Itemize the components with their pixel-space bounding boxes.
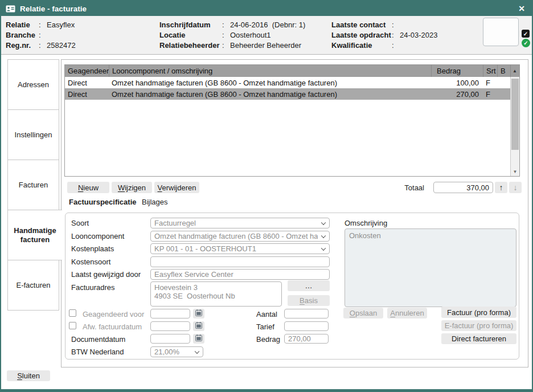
- status-ok-icon: ✓: [522, 39, 530, 47]
- photo-placeholder: [483, 18, 519, 46]
- column-srt: Srt: [483, 65, 497, 77]
- afw-factuurdatum-label: Afw. factuurdatum: [83, 321, 142, 332]
- header-field-relatie: Relatie:Easyflex: [6, 19, 76, 30]
- kostensoort-input[interactable]: [150, 256, 330, 267]
- manual-invoices-panel: Geagendeerd Looncomponent / omschrijving…: [61, 59, 528, 368]
- adres-more-button[interactable]: …: [288, 280, 330, 291]
- approved-checkbox[interactable]: ✓: [522, 30, 530, 38]
- column-bedrag: Bedrag: [431, 65, 483, 77]
- efactuur-proforma-button[interactable]: E-factuur (pro forma): [441, 320, 516, 331]
- check-icon: ✓: [523, 31, 528, 37]
- scroll-up-icon[interactable]: ▲: [510, 65, 519, 77]
- geagendeerd-voor-date-input[interactable]: [150, 309, 190, 318]
- header-field-laatste-contact: Laatste contact:: [331, 19, 438, 30]
- laatst-gewijzigd-door-input[interactable]: [150, 269, 330, 280]
- factuuradres-box[interactable]: Hoevestein 3 4903 SE Oosterhout Nb: [150, 281, 282, 307]
- afw-factuurdatum-calendar-button[interactable]: [193, 321, 204, 331]
- sidebar-tab-facturen[interactable]: Facturen: [7, 160, 59, 210]
- basis-button[interactable]: Basis: [288, 295, 330, 306]
- bedrag-label: Bedrag: [256, 334, 280, 345]
- chevron-down-icon: [321, 220, 326, 224]
- relation-header: Relatie:Easyflex Branche: Reg.nr.:258247…: [1, 16, 532, 55]
- cell-srt: F: [483, 90, 497, 99]
- geagendeerd-voor-label: Geagendeerd voor: [83, 309, 144, 320]
- scroll-thumb[interactable]: [511, 79, 519, 150]
- cell-omschrijving: Omzet handmatige facturen (GB 8600 - Omz…: [109, 79, 431, 87]
- chevron-down-icon: [195, 349, 199, 353]
- cell-bedrag: 100,00: [431, 79, 483, 87]
- sidebar-tab-instellingen[interactable]: Instellingen: [7, 109, 59, 160]
- check-icon: ✓: [523, 40, 528, 46]
- scroll-down-icon[interactable]: ▼: [511, 168, 519, 176]
- documentdatum-calendar-button[interactable]: [193, 334, 204, 344]
- sluiten-button[interactable]: Sluiten: [7, 370, 50, 381]
- cell-srt: F: [483, 79, 497, 87]
- omschrijving-textarea[interactable]: Onkosten: [345, 228, 516, 307]
- factuurspecificatie-form: Soort Looncomponent Kostenplaats Kostens…: [65, 213, 519, 360]
- header-field-laatste-opdracht: Laatste opdracht:24-03-2023: [331, 30, 438, 40]
- column-omschrijving: Looncomponent / omschrijving: [109, 65, 431, 77]
- nieuw-button[interactable]: Nieuw: [67, 182, 109, 193]
- header-field-inschrijfdatum: Inschrijfdatum:24-06-2016 (Debnr: 1): [159, 19, 305, 30]
- geagendeerd-voor-checkbox[interactable]: [69, 309, 76, 317]
- arrow-down-icon: ↓: [514, 183, 518, 192]
- header-field-branche: Branche:: [6, 30, 76, 40]
- aantal-label: Aantal: [256, 309, 277, 320]
- header-field-relatiebeheerder: Relatiebeheerder:Beheerder Beheerder: [159, 40, 305, 50]
- totaal-input[interactable]: [433, 182, 493, 193]
- table-row[interactable]: Direct Omzet handmatige facturen (GB 860…: [65, 88, 510, 100]
- tab-factuurspecificatie[interactable]: Factuurspecificatie: [69, 197, 137, 207]
- table-row[interactable]: Direct Omzet handmatige facturen (GB 860…: [65, 77, 510, 88]
- direct-factureren-button[interactable]: Direct factureren: [441, 333, 516, 344]
- documentdatum-label: Documentdatum: [71, 334, 125, 345]
- factuur-proforma-button[interactable]: Factuur (pro forma): [441, 307, 516, 318]
- afw-factuurdatum-date-input[interactable]: [150, 321, 190, 331]
- soort-select[interactable]: Factuurregel: [150, 218, 330, 228]
- btw-label: BTW Nederland: [71, 346, 124, 357]
- geagendeerd-voor-calendar-button[interactable]: [193, 309, 204, 318]
- afw-factuurdatum-checkbox[interactable]: [69, 322, 76, 329]
- cell-geagendeerd: Direct: [65, 90, 109, 99]
- kostensoort-label: Kostensoort: [71, 256, 110, 267]
- bedrag-input[interactable]: [284, 334, 329, 344]
- calendar-icon: [195, 334, 202, 343]
- chevron-down-icon: [321, 246, 326, 250]
- chevron-down-icon: [321, 233, 326, 238]
- sidebar-tab-handmatige-facturen[interactable]: Handmatige facturen: [7, 210, 62, 260]
- annuleren-button[interactable]: Annuleren: [387, 308, 427, 318]
- verwijderen-button[interactable]: Verwijderen: [154, 182, 199, 193]
- row-down-button[interactable]: ↓: [509, 182, 522, 193]
- calendar-icon: [195, 309, 202, 318]
- cell-bedrag: 270,00: [431, 90, 483, 99]
- titlebar: Relatie - facturatie ✕: [1, 1, 532, 16]
- contact-card-icon: [6, 5, 15, 13]
- tarief-input[interactable]: [284, 321, 329, 331]
- wijzigen-button[interactable]: Wijzigen: [112, 182, 152, 193]
- opslaan-button[interactable]: Opslaan: [343, 308, 383, 318]
- column-geagendeerd: Geagendeerd: [65, 65, 109, 77]
- header-field-locatie: Locatie:Oosterhout1: [159, 30, 305, 40]
- kostenplaats-select[interactable]: KP 001 - 01 - OOSTERHOUT1: [150, 243, 330, 254]
- window-title: Relatie - facturatie: [20, 5, 87, 13]
- arrow-up-icon: ↑: [499, 183, 503, 192]
- invoice-lines-table: Geagendeerd Looncomponent / omschrijving…: [64, 64, 520, 177]
- close-icon[interactable]: ✕: [518, 4, 525, 13]
- tarief-label: Tarief: [256, 321, 274, 332]
- soort-label: Soort: [71, 218, 89, 228]
- totaal-label: Totaal: [389, 183, 424, 192]
- relatie-facturatie-window: Relatie - facturatie ✕ Relatie:Easyflex …: [0, 0, 533, 392]
- documentdatum-input[interactable]: [150, 334, 190, 344]
- omschrijving-label: Omschrijving: [345, 218, 387, 228]
- kostenplaats-label: Kostenplaats: [71, 243, 114, 254]
- tab-bijlages[interactable]: Bijlages: [142, 197, 168, 207]
- row-up-button[interactable]: ↑: [495, 182, 507, 193]
- sidebar-tab-adressen[interactable]: Adressen: [7, 59, 59, 110]
- aantal-input[interactable]: [284, 309, 329, 318]
- btw-select[interactable]: 21,00%: [150, 346, 203, 357]
- header-field-kwalificatie: Kwalificatie:: [331, 40, 438, 50]
- sidebar-tab-e-facturen[interactable]: E-facturen: [7, 260, 59, 311]
- ellipsis-icon: …: [305, 281, 313, 290]
- looncomponent-select[interactable]: Omzet handmatige facturen (GB 8600 - Omz…: [150, 231, 330, 242]
- vertical-scrollbar[interactable]: ▲ ▼: [510, 77, 519, 176]
- laatst-gewijzigd-door-label: Laatst gewijzigd door: [71, 269, 141, 280]
